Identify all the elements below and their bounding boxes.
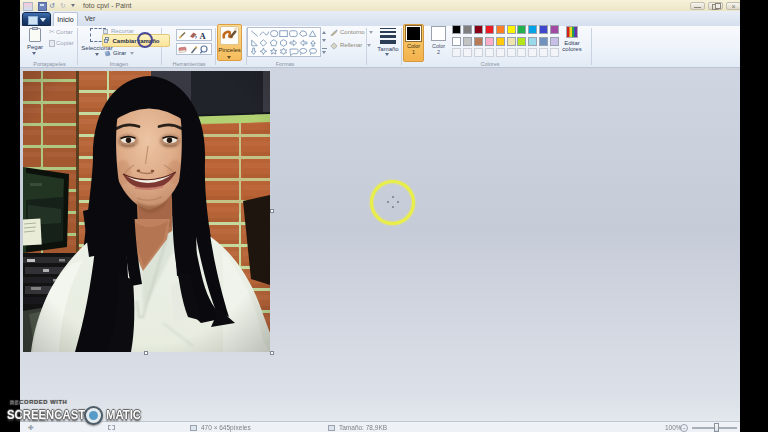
svg-text:A: A [200,31,207,41]
